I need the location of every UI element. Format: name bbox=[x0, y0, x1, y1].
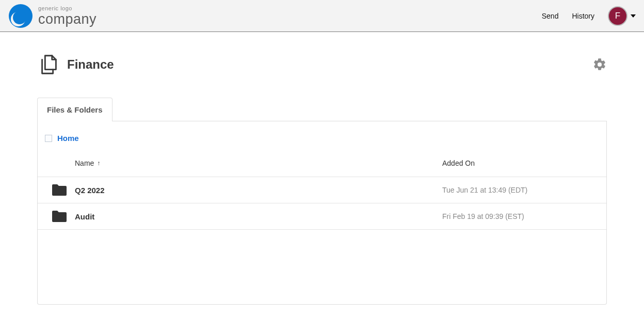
column-name-label: Name bbox=[75, 159, 94, 167]
row-name: Q2 2022 bbox=[74, 186, 442, 195]
folder-icon bbox=[45, 183, 74, 197]
gear-icon[interactable] bbox=[592, 57, 607, 72]
files-panel: Home Name ↑ Added On Q2 2022 Tue Jun 21 … bbox=[37, 121, 607, 305]
svg-point-2 bbox=[13, 11, 26, 24]
user-menu[interactable]: F bbox=[608, 6, 636, 26]
page-title: Finance bbox=[67, 57, 114, 72]
logo-text: generic logo company bbox=[38, 6, 96, 26]
select-all-checkbox[interactable] bbox=[45, 135, 52, 142]
logo-company-name: company bbox=[38, 12, 96, 26]
documents-icon bbox=[37, 53, 61, 76]
avatar-initial: F bbox=[615, 11, 620, 21]
row-added-on: Tue Jun 21 at 13:49 (EDT) bbox=[442, 186, 599, 194]
page-header: Finance bbox=[37, 53, 607, 76]
table-header: Name ↑ Added On bbox=[38, 152, 606, 177]
column-added-on-label: Added On bbox=[442, 159, 475, 167]
sort-ascending-icon: ↑ bbox=[97, 160, 100, 167]
avatar: F bbox=[608, 6, 627, 26]
logo-mark-icon bbox=[8, 4, 33, 28]
logo[interactable]: generic logo company bbox=[8, 4, 96, 28]
row-added-on: Fri Feb 19 at 09:39 (EST) bbox=[442, 212, 599, 220]
logo-tagline: generic logo bbox=[38, 6, 96, 11]
caret-down-icon bbox=[631, 14, 636, 18]
main-content: Finance Files & Folders Home Name ↑ Adde… bbox=[0, 32, 644, 305]
tab-files-folders[interactable]: Files & Folders bbox=[37, 98, 112, 121]
nav-history[interactable]: History bbox=[572, 12, 594, 20]
table-row[interactable]: Audit Fri Feb 19 at 09:39 (EST) bbox=[38, 203, 606, 230]
breadcrumb: Home bbox=[38, 121, 606, 152]
row-name: Audit bbox=[74, 212, 442, 221]
nav-send[interactable]: Send bbox=[542, 12, 559, 20]
column-name[interactable]: Name ↑ bbox=[45, 159, 442, 167]
column-added-on[interactable]: Added On bbox=[442, 159, 599, 167]
tabs: Files & Folders bbox=[37, 97, 607, 121]
folder-icon bbox=[45, 210, 74, 223]
breadcrumb-home[interactable]: Home bbox=[57, 134, 79, 143]
header-nav: Send History F bbox=[542, 6, 636, 26]
table-row[interactable]: Q2 2022 Tue Jun 21 at 13:49 (EDT) bbox=[38, 177, 606, 203]
app-header: generic logo company Send History F bbox=[0, 0, 644, 32]
